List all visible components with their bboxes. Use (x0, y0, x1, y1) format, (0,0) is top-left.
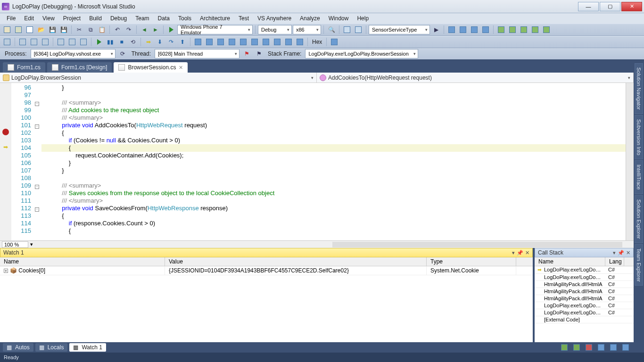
extra-btn-8[interactable] (530, 25, 540, 35)
bottom-tab-locals[interactable]: ▦Locals (35, 343, 68, 352)
menu-tools[interactable]: Tools (174, 14, 195, 23)
comment-button[interactable] (342, 25, 352, 35)
bottom-extra-6[interactable] (620, 342, 631, 353)
dbg-btn-3[interactable] (29, 37, 39, 47)
dbg-extra-10[interactable] (295, 37, 305, 47)
uncomment-button[interactable] (353, 25, 363, 35)
extra-btn-3[interactable] (469, 25, 479, 35)
pin-icon[interactable]: 📌 (517, 250, 523, 256)
bottom-extra-3[interactable] (584, 342, 594, 353)
callstack-row[interactable]: HtmlAgilityPack.dll!HtmlAC# (535, 295, 634, 302)
add-item-button[interactable] (13, 25, 24, 35)
menu-build[interactable]: Build (85, 14, 106, 23)
menu-test[interactable]: Test (235, 14, 253, 23)
undo-button[interactable]: ↶ (112, 25, 123, 35)
right-tab-solution-explorer[interactable]: Solution Explorer (635, 195, 643, 243)
new-project-button[interactable] (2, 25, 12, 35)
doc-tab-form1-cs[interactable]: Form1.cs (3, 62, 45, 73)
dbg-btn-4[interactable] (40, 37, 50, 47)
save-all-button[interactable]: 💾 (58, 25, 69, 35)
redo-button[interactable]: ↷ (124, 25, 134, 35)
process-combo[interactable]: [6364] LogDoPlay.vshost.exe (31, 49, 116, 58)
watch-panel-header[interactable]: Watch 1 ▾📌✕ (0, 248, 533, 257)
menu-vs-anywhere[interactable]: VS Anywhere (254, 14, 295, 23)
pin-icon[interactable]: 📌 (618, 250, 624, 256)
doc-tab-browsersession-cs[interactable]: BrowserSession.cs✕ (114, 62, 188, 73)
zoom-combo[interactable]: 100 % (2, 241, 28, 248)
menu-team[interactable]: Team (132, 14, 153, 23)
dbg-btn-2[interactable] (17, 37, 28, 47)
dbg-extra-6[interactable] (249, 37, 260, 47)
menu-architecture[interactable]: Architecture (196, 14, 234, 23)
nav-class-combo[interactable]: LogDoPlay.BrowserSession (0, 73, 317, 82)
dbg-extra-2[interactable] (204, 37, 215, 47)
step-over-button[interactable]: ↷ (166, 37, 176, 47)
show-next-statement-button[interactable]: ➡ (143, 37, 154, 47)
dbg-extra-5[interactable] (238, 37, 248, 47)
save-button[interactable]: 💾 (47, 25, 58, 35)
paste-button[interactable]: 📋 (97, 25, 107, 35)
callstack-row[interactable]: LogDoPlay.exe!LogDoPlayC# (535, 302, 634, 309)
callstack-row[interactable]: ➡LogDoPlay.exe!LogDoPlayC# (535, 266, 634, 274)
dbg-btn-1[interactable] (2, 37, 12, 47)
find-text-combo[interactable]: SensorServiceType (369, 25, 430, 34)
doc-tab-form1-cs-design-[interactable]: Form1.cs [Design] (47, 62, 112, 73)
menu-edit[interactable]: Edit (20, 14, 38, 23)
bottom-tab-watch-1[interactable]: ▦Watch 1 (69, 343, 106, 352)
bottom-extra-5[interactable] (608, 342, 619, 353)
dbg-extra-3[interactable] (215, 37, 226, 47)
callstack-col-lang[interactable]: Lang (605, 257, 624, 266)
process-refresh-button[interactable]: ⟳ (117, 49, 128, 59)
pause-button[interactable]: ▮▮ (105, 37, 116, 47)
thread-combo[interactable]: [6028] Main Thread (155, 49, 239, 58)
thread-flag-all-button[interactable]: ⚑ (254, 49, 264, 59)
callstack-row[interactable]: HtmlAgilityPack.dll!HtmlAC# (535, 288, 634, 295)
right-tab-solution-navigator[interactable]: Solution Navigator (635, 63, 643, 114)
extra-btn-7[interactable] (519, 25, 529, 35)
menu-view[interactable]: View (39, 14, 58, 23)
breakpoint-icon[interactable] (2, 129, 9, 135)
dbg-extra-7[interactable] (261, 37, 271, 47)
code-editor[interactable]: ➡ 96979899100101102103104105106107108109… (0, 83, 634, 240)
copy-button[interactable]: ⧉ (85, 25, 96, 35)
open-button[interactable]: 📂 (36, 25, 46, 35)
maximize-button[interactable]: ▢ (600, 2, 620, 11)
menu-help[interactable]: Help (353, 14, 372, 23)
extra-btn-1[interactable] (446, 25, 457, 35)
right-tab-team-explorer[interactable]: Team Explorer (635, 244, 643, 286)
close-icon[interactable]: ✕ (626, 250, 630, 256)
horizontal-scrollbar[interactable] (332, 242, 622, 247)
panel-dropdown-icon[interactable]: ▾ (512, 250, 515, 256)
watch-col-name[interactable]: Name (0, 257, 165, 266)
hex-label[interactable]: Hex (310, 39, 324, 45)
new-file-button[interactable] (25, 25, 35, 35)
dbg-btn-6[interactable] (67, 37, 77, 47)
dbg-windows-button[interactable] (329, 37, 339, 47)
extra-btn-2[interactable] (458, 25, 468, 35)
nav-member-combo[interactable]: AddCookiesTo(HttpWebRequest request) (317, 73, 634, 82)
menu-data[interactable]: Data (154, 14, 173, 23)
bottom-extra-4[interactable] (596, 342, 606, 353)
right-tab-intellitrace[interactable]: IntelliTrace (635, 160, 643, 194)
callstack-col-name[interactable]: Name (535, 257, 605, 266)
callstack-panel-header[interactable]: Call Stack ▾📌✕ (535, 248, 634, 257)
menu-file[interactable]: File (3, 14, 19, 23)
cut-button[interactable]: ✂ (74, 25, 84, 35)
target-device-combo[interactable]: Windows Phone 7 Emulator (177, 25, 253, 34)
dbg-btn-5[interactable] (56, 37, 66, 47)
extra-btn-5[interactable] (496, 25, 506, 35)
nav-fwd-button[interactable]: ► (150, 25, 161, 35)
extra-btn-9[interactable] (541, 25, 552, 35)
menu-debug[interactable]: Debug (107, 14, 131, 23)
right-tab-subversion-info[interactable]: Subversion Info (635, 115, 643, 159)
start-debug-button[interactable] (166, 25, 176, 35)
close-tab-icon[interactable]: ✕ (179, 65, 183, 71)
dbg-extra-1[interactable] (193, 37, 203, 47)
step-into-button[interactable]: ⬇ (155, 37, 165, 47)
callstack-row[interactable]: LogDoPlay.exe!LogDoPlayC# (535, 274, 634, 281)
callstack-row[interactable]: [External Code] (535, 316, 634, 323)
stop-button[interactable]: ■ (116, 37, 127, 47)
panel-dropdown-icon[interactable]: ▾ (613, 250, 616, 256)
watch-col-type[interactable]: Type (427, 257, 516, 266)
minimize-button[interactable]: — (578, 2, 599, 11)
